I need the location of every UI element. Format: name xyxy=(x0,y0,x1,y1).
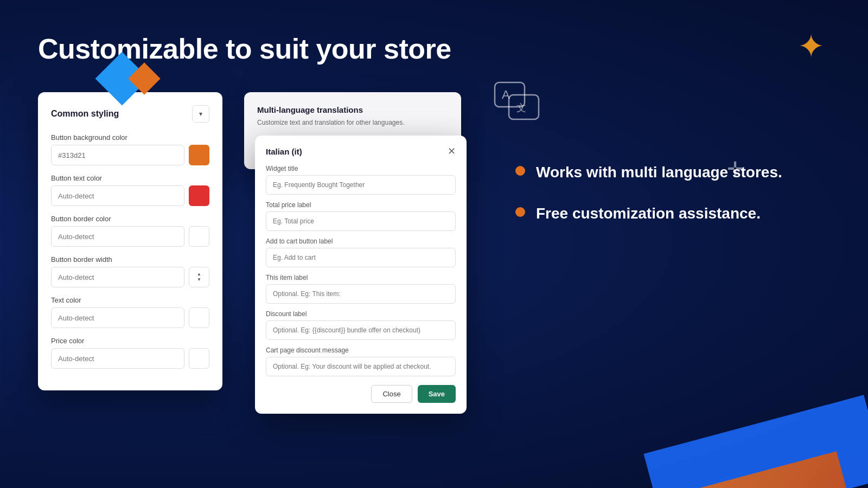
dialog-label-widget-title: Widget title xyxy=(266,165,456,172)
dialog-header: Italian (it) ✕ xyxy=(266,146,456,156)
styling-card-header: Common styling ▾ xyxy=(51,105,209,123)
field-label-text-color: Text color xyxy=(51,296,209,304)
feature-item-1: Free customization assistance. xyxy=(515,204,830,223)
dialog-label-cart-discount: Cart page discount message xyxy=(266,346,456,354)
star-icon: ✦ xyxy=(797,27,825,65)
btn-bg-color-input[interactable] xyxy=(51,145,184,165)
dialog-input-this-item[interactable] xyxy=(266,284,456,304)
border-width-spinner[interactable]: ▲ ▼ xyxy=(189,267,209,287)
translate-icon-decoration: A 文 xyxy=(494,81,542,127)
page-headline: Customizable to suit your store xyxy=(38,33,830,65)
collapse-button[interactable]: ▾ xyxy=(192,105,209,123)
feature-dot-0 xyxy=(515,166,525,176)
dialog-input-cart-discount[interactable] xyxy=(266,357,456,376)
styling-card-title: Common styling xyxy=(51,109,119,119)
dialog-input-discount[interactable] xyxy=(266,320,456,340)
dialog-input-add-to-cart[interactable] xyxy=(266,248,456,267)
field-label-price-color: Price color xyxy=(51,337,209,345)
field-label-btn-border: Button border color xyxy=(51,215,209,223)
dialog-input-widget-title[interactable] xyxy=(266,175,456,195)
btn-text-color-swatch[interactable] xyxy=(189,185,209,206)
star-decoration: ✦ xyxy=(797,27,825,65)
field-label-btn-bg: Button background color xyxy=(51,133,209,142)
btn-text-color-input[interactable] xyxy=(51,185,184,206)
dialog-close-button[interactable]: ✕ xyxy=(448,146,456,156)
price-color-swatch[interactable] xyxy=(189,348,209,369)
dialog-field-widget-title: Widget title xyxy=(266,165,456,195)
dialog-title: Italian (it) xyxy=(266,147,302,156)
diamond-decoration xyxy=(103,60,156,98)
translation-panel-title: Multi-language translations xyxy=(257,105,448,114)
crosshair-icon: ✛ xyxy=(727,158,743,180)
dialog-label-discount: Discount label xyxy=(266,310,456,318)
crosshair-icon-decoration: ✛ xyxy=(727,158,743,181)
dialog-save-btn[interactable]: Save xyxy=(418,385,456,403)
feature-text-1: Free customization assistance. xyxy=(536,204,761,223)
btn-border-color-input[interactable] xyxy=(51,226,184,247)
dialog-input-total-price[interactable] xyxy=(266,211,456,231)
feature-text-0: Works with multi language stores. xyxy=(536,163,782,182)
common-styling-card: Common styling ▾ Button background color… xyxy=(38,92,222,390)
dialog-label-total-price: Total price label xyxy=(266,201,456,209)
field-btn-bg-color: Button background color xyxy=(51,133,209,165)
dialog-footer: Close Save xyxy=(266,385,456,403)
styling-panel: Common styling ▾ Button background color… xyxy=(38,92,222,390)
btn-bg-color-swatch[interactable] xyxy=(189,145,209,165)
field-price-color: Price color xyxy=(51,337,209,369)
field-text-color: Text color xyxy=(51,296,209,328)
chevron-down-icon: ▾ xyxy=(199,110,202,118)
dialog-field-total-price: Total price label xyxy=(266,201,456,231)
text-color-swatch[interactable] xyxy=(189,307,209,328)
dialog-field-add-to-cart: Add to cart button label xyxy=(266,237,456,267)
italian-dialog: Italian (it) ✕ Widget title Total price … xyxy=(255,136,467,414)
text-color-input[interactable] xyxy=(51,307,184,328)
field-label-btn-text: Button text color xyxy=(51,174,209,182)
svg-text:文: 文 xyxy=(516,102,526,113)
translation-panel-desc: Customize text and translation for other… xyxy=(257,118,448,127)
translation-panel: Multi-language translations Customize te… xyxy=(244,92,461,169)
feature-dot-1 xyxy=(515,207,525,217)
features-list: Works with multi language stores. Free c… xyxy=(515,163,830,224)
dialog-field-this-item: This item label xyxy=(266,274,456,304)
dialog-field-cart-discount: Cart page discount message xyxy=(266,346,456,376)
field-label-btn-border-width: Button border width xyxy=(51,255,209,264)
spinner-up-icon: ▲ xyxy=(197,272,201,277)
field-btn-border-color: Button border color xyxy=(51,215,209,247)
dialog-label-add-to-cart: Add to cart button label xyxy=(266,237,456,245)
spinner-down-icon: ▼ xyxy=(197,278,201,282)
price-color-input[interactable] xyxy=(51,348,184,369)
dialog-close-btn[interactable]: Close xyxy=(371,385,412,403)
btn-border-width-input[interactable] xyxy=(51,267,184,287)
field-btn-border-width: Button border width ▲ ▼ xyxy=(51,255,209,287)
feature-item-0: Works with multi language stores. xyxy=(515,163,830,182)
field-btn-text-color: Button text color xyxy=(51,174,209,206)
dialog-label-this-item: This item label xyxy=(266,274,456,281)
features-panel: A 文 Works with multi language stores. Fr… xyxy=(483,92,830,246)
dialog-field-discount: Discount label xyxy=(266,310,456,340)
btn-border-color-swatch[interactable] xyxy=(189,226,209,247)
